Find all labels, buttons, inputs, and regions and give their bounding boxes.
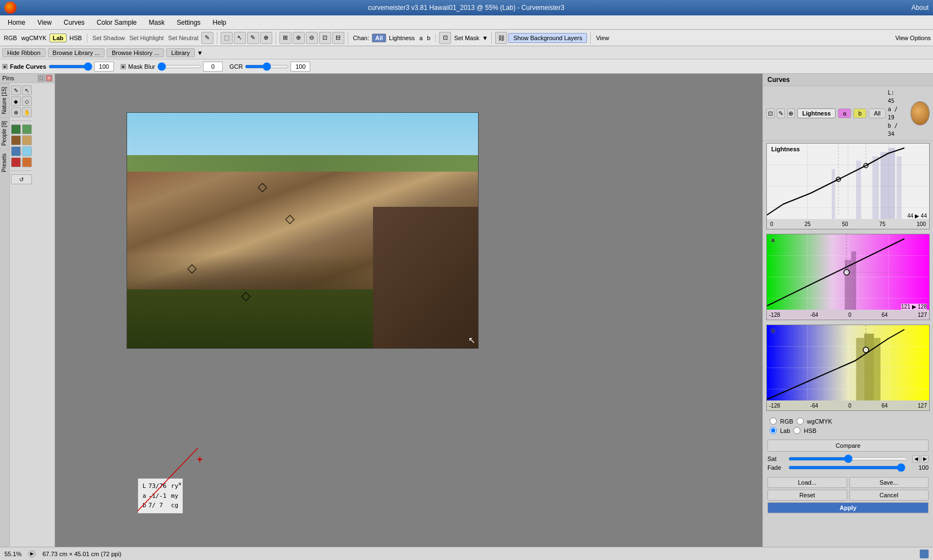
- sat-left-btn[interactable]: ◀: [912, 455, 920, 463]
- a-graph[interactable]: a: [767, 234, 929, 320]
- chain-icon[interactable]: ⛓: [495, 32, 507, 44]
- tool-group-people[interactable]: People [9]: [0, 117, 9, 149]
- menu-mask[interactable]: Mask: [144, 17, 171, 28]
- gcr-slider[interactable]: [245, 65, 289, 68]
- label-lab[interactable]: Lab: [780, 427, 790, 434]
- compare-btn[interactable]: Compare: [767, 440, 929, 452]
- mask-blur-toggle[interactable]: ▪: [120, 64, 126, 69]
- tool-pin1[interactable]: ◆: [11, 96, 21, 106]
- hide-ribbon-btn[interactable]: Hide Ribbon: [2, 48, 46, 57]
- chan-a[interactable]: a: [418, 35, 424, 41]
- canvas-area[interactable]: ↖ L 73/ 76 r y a -1/ -1: [55, 74, 762, 547]
- radio-rgb[interactable]: [770, 418, 777, 425]
- curves-pencil[interactable]: ✎: [777, 108, 785, 118]
- swatch-green-dark[interactable]: [11, 124, 21, 134]
- radio-wgcmyk[interactable]: [797, 418, 804, 425]
- zoom-fill-btn[interactable]: ⊟: [332, 32, 344, 44]
- tool-eyedropper[interactable]: ✎: [11, 85, 21, 95]
- chan-b[interactable]: b: [425, 35, 432, 41]
- apply-btn[interactable]: Apply: [767, 502, 929, 513]
- eyedropper-icon[interactable]: ✎: [201, 32, 213, 44]
- label-hsb[interactable]: HSB: [804, 427, 816, 434]
- pins-close-btn[interactable]: ×: [46, 75, 52, 81]
- zoom-fit-btn[interactable]: ⊞: [279, 32, 292, 44]
- mode-hsb[interactable]: HSB: [68, 35, 84, 41]
- tab-b[interactable]: b: [853, 108, 866, 118]
- set-shadow-btn[interactable]: Set Shadow: [91, 35, 127, 41]
- menu-view[interactable]: View: [32, 17, 57, 28]
- lightness-readout: 44 ▶ 44: [907, 213, 927, 219]
- tool-btn-3[interactable]: ✎: [247, 32, 259, 44]
- mask-blur-value[interactable]: [203, 62, 223, 72]
- menu-curves[interactable]: Curves: [58, 17, 90, 28]
- curves-dropper[interactable]: ⊕: [787, 108, 795, 118]
- set-highlight-btn[interactable]: Set Highlight: [128, 35, 165, 41]
- b-graph[interactable]: b: [767, 325, 929, 410]
- load-btn[interactable]: Load...: [767, 477, 847, 488]
- menu-colorsample[interactable]: Color Sample: [91, 17, 142, 28]
- tool-group-nature[interactable]: Nature [15]: [0, 83, 9, 117]
- fade-toggle[interactable]: ▪: [2, 64, 8, 69]
- save-btn[interactable]: Save...: [849, 477, 929, 488]
- set-neutral-btn[interactable]: Set Neutral: [167, 35, 200, 41]
- tool-move[interactable]: ↖: [22, 85, 32, 95]
- about-button[interactable]: About: [912, 4, 929, 12]
- label-rgb[interactable]: RGB: [780, 418, 793, 425]
- sat-slider[interactable]: [788, 457, 908, 460]
- tool-pin2[interactable]: ◇: [22, 96, 32, 106]
- radio-lab[interactable]: [770, 427, 777, 434]
- swatch-tan[interactable]: [22, 135, 32, 145]
- cancel-btn[interactable]: Cancel: [849, 490, 929, 501]
- swatch-blue[interactable]: [11, 146, 21, 156]
- zoom-actual-btn[interactable]: ⊡: [319, 32, 331, 44]
- mode-rgb[interactable]: RGB: [2, 35, 19, 41]
- mask-blur-slider[interactable]: [157, 65, 201, 68]
- fade-slider-right[interactable]: [788, 466, 905, 469]
- pins-header: Pins □ ×: [0, 74, 54, 83]
- browse-history-btn[interactable]: Browse History ...: [107, 48, 164, 57]
- chan-all[interactable]: All: [372, 34, 386, 42]
- setmask-icon[interactable]: ⊡: [439, 32, 451, 44]
- ax-64: -64: [810, 312, 818, 318]
- mode-lab[interactable]: Lab: [50, 34, 67, 42]
- overlay-close[interactable]: ×: [178, 480, 182, 488]
- show-background-btn[interactable]: Show Background Layers: [508, 33, 587, 43]
- reset-btn[interactable]: Reset: [767, 490, 847, 501]
- tab-a[interactable]: a: [838, 108, 851, 118]
- swatch-sky[interactable]: [22, 146, 32, 156]
- tool-btn-4[interactable]: ⊕: [260, 32, 272, 44]
- fade-slider[interactable]: [48, 65, 92, 68]
- tool-pan[interactable]: ✋: [22, 107, 32, 117]
- mode-wgcmyk[interactable]: wgCMYK: [20, 35, 48, 41]
- tool-btn-2[interactable]: ↖: [234, 32, 246, 44]
- fade-value[interactable]: [94, 62, 114, 72]
- radio-hsb[interactable]: [793, 427, 800, 434]
- curves-icon[interactable]: ⊡: [766, 108, 775, 118]
- menu-home[interactable]: Home: [2, 17, 31, 28]
- set-mask-btn[interactable]: Set Mask: [452, 35, 481, 41]
- tool-btn-1[interactable]: ⬚: [221, 32, 233, 44]
- tool-group-presets[interactable]: Presets: [0, 150, 9, 175]
- tab-all[interactable]: All: [869, 108, 885, 118]
- zoom-in-btn[interactable]: ⊕: [293, 32, 305, 44]
- browse-library-btn[interactable]: Browse Library ...: [48, 48, 105, 57]
- pins-dock-btn[interactable]: □: [38, 75, 45, 81]
- menu-help[interactable]: Help: [207, 17, 232, 28]
- tab-lightness[interactable]: Lightness: [797, 108, 836, 118]
- sat-right-btn[interactable]: ▶: [921, 455, 929, 463]
- tool-zoom[interactable]: ⊕: [11, 107, 21, 117]
- lightness-grid-svg: [767, 144, 929, 229]
- swatch-red[interactable]: [11, 157, 21, 167]
- swatch-brown[interactable]: [11, 135, 21, 145]
- library-btn[interactable]: Library: [166, 48, 195, 57]
- label-wgcmyk[interactable]: wgCMYK: [807, 418, 832, 425]
- swatch-green[interactable]: [22, 124, 32, 134]
- lightness-graph[interactable]: Lightness: [767, 144, 929, 229]
- swatch-orange[interactable]: [22, 157, 32, 167]
- zoom-out-btn[interactable]: ⊖: [306, 32, 318, 44]
- menu-settings[interactable]: Settings: [171, 17, 206, 28]
- chan-lightness[interactable]: Lightness: [387, 35, 416, 41]
- ribbon-dropdown[interactable]: ▼: [197, 50, 203, 56]
- gcr-value[interactable]: [290, 62, 310, 72]
- reset-swatch[interactable]: ↺: [11, 174, 32, 184]
